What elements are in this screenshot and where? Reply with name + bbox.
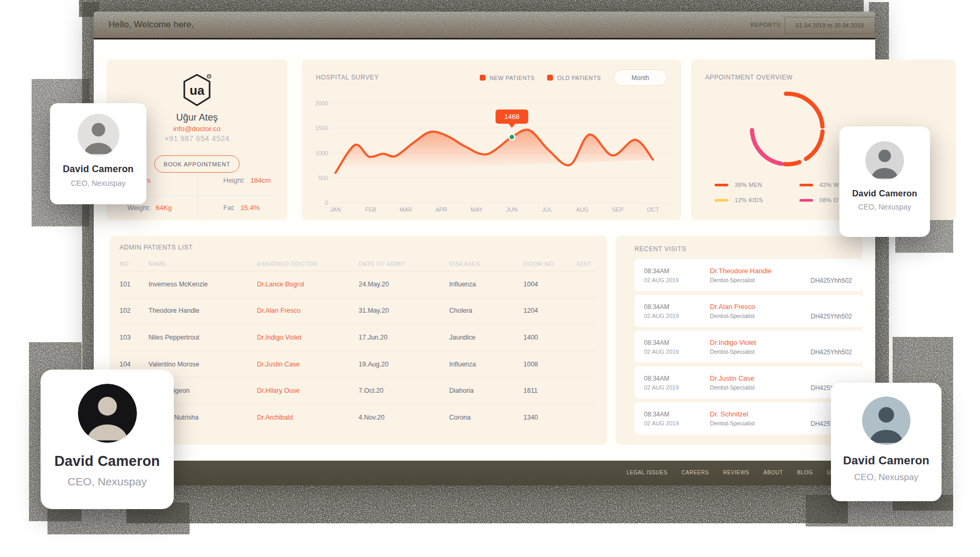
svg-text:ua: ua [190,83,205,97]
column-header: NO [120,261,149,267]
room-no: 1340 [523,414,577,421]
top-bar: Hello, Welcome here, REPORTS: 01.04.2019… [94,12,875,39]
patient-no: 102 [120,307,149,314]
visit-row[interactable]: 08:34AM02 AUG 2019 Dr. SchnitzelDentist-… [635,402,863,434]
doctor-link[interactable]: Dr.Justin Case [710,374,810,382]
testimonial-card: David Cameron CEO, Nexuspay [50,103,146,204]
visit-row[interactable]: 08:34AM02 AUG 2019 Dr.Theodore HandleDen… [635,259,863,291]
book-appointment-button[interactable]: BOOK APPOINTMENT [154,155,240,173]
admit-date: 24.May.20 [359,281,449,288]
patient-row[interactable]: 104Valentino MoroseDr.Justin Case19.Aug.… [120,351,597,377]
visits-list: 08:34AM02 AUG 2019 Dr.Theodore HandleDen… [635,259,863,438]
testimonial-card: David Cameron CEO, Nexuspay [839,126,930,237]
svg-text:OCT: OCT [647,206,659,213]
room-no: 1004 [523,281,577,288]
legend-dash [715,199,728,202]
patient-row[interactable]: 101Inverness McKenzieDr.Lance Bogrol24.M… [120,271,597,297]
footer-link[interactable]: ABOUT [764,470,783,475]
svg-text:500: 500 [319,175,328,181]
admit-date: 31.May.20 [359,307,449,314]
patient-row[interactable]: 105Walter PigeonDr.Hilary Ouse7.Oct.20Di… [120,377,597,404]
visit-time: 08:34AM02 AUG 2019 [644,267,710,283]
visit-row[interactable]: 08:34AM02 AUG 2019 Dr.Alan FrescoDentist… [635,295,863,327]
testimonial-role: CEO, Nexuspay [67,475,147,488]
visit-row[interactable]: 08:34AM02 AUG 2019 Dr.Indigo VioletDenti… [635,331,863,363]
patient-name: Niles Peppertrout [149,334,257,341]
patient-name: Theodore Handle [149,307,257,314]
patients-list-card: ADMIN PATIENTS LIST NONAMEASSIGNED DOCTO… [110,236,607,445]
doctor-link[interactable]: Dr.Theodore Handle [710,267,810,275]
legend-dash [799,184,813,186]
svg-text:2000: 2000 [315,100,328,106]
room-no: 1400 [523,334,577,341]
svg-text:0: 0 [325,200,328,206]
svg-text:1468: 1468 [504,113,520,121]
assigned-doctor[interactable]: Dr.Archibald [257,414,359,421]
doctor-link[interactable]: Dr.Indigo Violet [710,339,810,346]
disease: Influenza [449,361,523,368]
testimonial-name: David Cameron [54,453,160,470]
disease: Influenza [449,281,523,288]
dashboard-panel: Hello, Welcome here, REPORTS: 01.04.2019… [94,12,875,485]
footer-link[interactable]: LEGAL ISSUES [627,470,667,475]
page: Hello, Welcome here, REPORTS: 01.04.2019… [0,0,980,557]
assigned-doctor[interactable]: Dr.Alan Fresco [257,307,359,314]
footer-link[interactable]: BLOG [797,470,813,475]
legend-old-patients: OLD PATIENTS [547,75,601,81]
assigned-doctor[interactable]: Dr.Justin Case [257,361,359,368]
footer-link[interactable]: REVIEWS [723,470,749,475]
svg-text:JUL: JUL [542,206,552,213]
footer-link[interactable]: CAREERS [681,470,709,475]
svg-text:JUN: JUN [506,206,517,213]
recent-visits-card: RECENT VISITS 08:34AM02 AUG 2019 Dr.Theo… [616,236,863,445]
testimonial-name: David Cameron [843,454,929,468]
patient-row[interactable]: 106Ingredia NutrishaDr.Archibald4.Nov.20… [120,404,597,431]
stat-weight: Weight:64Kg [127,204,172,212]
svg-text:JAN: JAN [330,206,341,213]
patient-row[interactable]: 103Niles PeppertroutDr.Indigo Violet17.J… [120,324,597,351]
visit-row[interactable]: 08:34AM02 AUG 2019 Dr.Justin CaseDentist… [635,366,863,399]
stats-divider-vertical [197,174,198,217]
testimonial-card: David Cameron CEO, Nexuspay [41,370,174,509]
visit-id: DH425Yhh502 [810,349,852,356]
hospital-survey-card: HOSPITAL SURVEY NEW PATIENTS OLD PATIENT… [302,59,681,220]
stat-fat: Fat:15.4% [223,204,260,212]
reports-label: REPORTS: [750,22,783,28]
testimonial-role: CEO, Nexuspay [71,179,126,187]
patient-name: Valentino Morose [149,361,257,368]
patient-row[interactable]: 102Theodore HandleDr.Alan Fresco31.May.2… [120,297,597,324]
assigned-doctor[interactable]: Dr.Hilary Ouse [257,387,359,394]
visit-doctor: Dr. SchnitzelDentist-Specialist [710,410,810,426]
svg-text:MAY: MAY [470,206,483,213]
svg-text:MAR: MAR [400,206,413,213]
greeting-text: Hello, Welcome here, [108,19,194,30]
testimonial-name: David Cameron [852,188,917,198]
month-dropdown[interactable]: Month [613,69,667,86]
overview-legend-item: 38% MEN [715,182,799,188]
column-header: EDIT [577,261,597,267]
avatar [865,141,904,180]
svg-text:SEP: SEP [612,206,623,213]
admit-date: 19.Aug.20 [359,361,449,368]
doctor-link[interactable]: Dr. Schnitzel [710,410,810,418]
visits-title: RECENT VISITS [635,245,686,253]
assigned-doctor[interactable]: Dr.Lance Bogrol [257,281,359,288]
svg-text:1000: 1000 [315,150,328,156]
admit-date: 7.Oct.20 [359,387,449,394]
doctor-link[interactable]: Dr.Alan Fresco [710,303,810,311]
visit-doctor: Dr.Alan FrescoDentist-Specialist [710,303,810,319]
visit-id: DH425Yhh502 [810,277,852,284]
visit-time: 08:34AM02 AUG 2019 [644,339,710,355]
patient-no: 104 [120,361,149,368]
testimonial-role: CEO, Nexuspay [854,472,918,483]
assigned-doctor[interactable]: Dr.Indigo Violet [257,334,359,341]
patient-no: 101 [120,281,149,288]
patient-name: Inverness McKenzie [149,281,257,288]
survey-line-chart[interactable]: 2000150010005000JANFEBMARAPRMAYJUNJULAUG… [302,86,681,220]
patients-table-header: NONAMEASSIGNED DOCTORDATE OF ADMITDISEAS… [120,257,597,271]
date-range-picker[interactable]: 01.04.2019 to 30.04.2019 [785,17,875,34]
visit-time: 08:34AM02 AUG 2019 [644,303,710,319]
legend-dash [799,199,813,202]
admit-date: 4.Nov.20 [359,414,449,421]
patients-table: NONAMEASSIGNED DOCTORDATE OF ADMITDISEAS… [120,257,597,431]
